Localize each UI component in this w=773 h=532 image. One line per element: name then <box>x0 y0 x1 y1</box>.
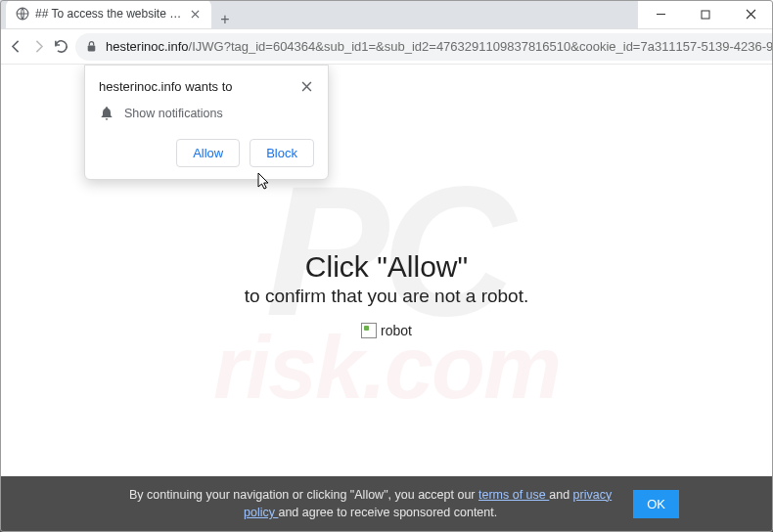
svg-rect-2 <box>88 45 96 51</box>
headline: Click "Allow" <box>0 250 773 284</box>
permission-close-icon[interactable] <box>299 79 314 94</box>
subline: to confirm that you are not a robot. <box>0 286 773 307</box>
broken-image-alt: robot <box>381 323 412 338</box>
tab-title: ## To access the website click th <box>35 7 182 21</box>
svg-rect-1 <box>702 11 709 19</box>
cookie-consent-footer: By continuing your navigation or clickin… <box>0 476 773 533</box>
address-bar[interactable]: hesterinoc.info/IJWG?tag_id=604364&sub_i… <box>75 33 773 61</box>
broken-image: robot <box>361 323 412 338</box>
url-text: hesterinoc.info/IJWG?tag_id=604364&sub_i… <box>106 39 773 54</box>
tab-close-icon[interactable] <box>188 7 202 21</box>
browser-tab[interactable]: ## To access the website click th <box>6 0 211 28</box>
permission-capability-label: Show notifications <box>124 107 223 120</box>
window-controls <box>638 0 773 28</box>
consent-ok-button[interactable]: OK <box>633 490 679 518</box>
tab-strip: ## To access the website click th + <box>0 0 638 28</box>
maximize-button[interactable] <box>683 0 728 28</box>
browser-toolbar: hesterinoc.info/IJWG?tag_id=604364&sub_i… <box>0 29 773 65</box>
permission-origin: hesterinoc.info wants to <box>99 79 233 94</box>
notification-permission-prompt: hesterinoc.info wants to Show notificati… <box>84 65 329 180</box>
bell-icon <box>99 106 114 121</box>
window-close-button[interactable] <box>728 0 773 28</box>
block-button[interactable]: Block <box>250 139 314 167</box>
terms-of-use-link[interactable]: terms of use <box>478 488 549 502</box>
broken-image-icon <box>361 323 377 338</box>
page-message: Click "Allow" to confirm that you are no… <box>0 250 773 342</box>
globe-icon <box>16 7 29 21</box>
allow-button[interactable]: Allow <box>176 139 240 167</box>
lock-icon <box>85 40 98 53</box>
forward-button[interactable] <box>30 33 47 61</box>
new-tab-button[interactable]: + <box>211 11 239 28</box>
back-button[interactable] <box>8 33 24 61</box>
minimize-button[interactable] <box>638 0 683 28</box>
footer-text: By continuing your navigation or clickin… <box>127 486 614 523</box>
browser-titlebar: ## To access the website click th + <box>0 0 773 29</box>
reload-button[interactable] <box>53 33 69 61</box>
page-viewport: PC risk.com Click "Allow" to confirm tha… <box>0 65 773 532</box>
